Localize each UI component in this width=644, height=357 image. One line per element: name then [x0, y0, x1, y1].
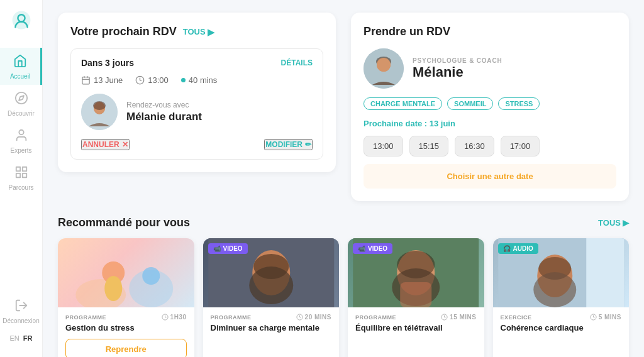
sidebar-bottom: Déconnexion EN FR — [3, 292, 39, 347]
sidebar-item-experts[interactable]: Experts — [0, 122, 42, 159]
prendre-avatar — [364, 48, 404, 89]
card-body-1: PROGRAMME 20 mins Diminuer sa charge men… — [203, 307, 340, 341]
clock-small-icon-1 — [296, 314, 303, 321]
svg-rect-5 — [16, 167, 19, 171]
content-card-0: PROGRAMME 1h30 Gestion du stress Reprend… — [58, 238, 194, 357]
rdv-tous-link[interactable]: TOUS ▶ — [183, 27, 214, 37]
language-switcher[interactable]: EN FR — [10, 334, 33, 342]
rdv-meta: 13 June 13:00 40 mins — [81, 75, 313, 85]
svg-point-45 — [533, 272, 576, 307]
duration-label-3: 5 mins — [599, 314, 621, 321]
card-name-2: Équilibre en télétravail — [355, 323, 477, 334]
recommended-header: Recommandé pour vous TOUS ▶ — [58, 216, 629, 229]
svg-rect-10 — [82, 77, 89, 84]
deconnexion-label: Déconnexion — [3, 317, 39, 324]
duration-label-0: 1h30 — [170, 314, 187, 321]
app-logo — [11, 10, 31, 33]
clock-small-icon-2 — [441, 314, 448, 321]
rdv-title: Votre prochain RDV — [70, 25, 177, 38]
svg-point-2 — [15, 92, 26, 104]
sidebar-item-parcours[interactable]: Parcours — [0, 159, 42, 196]
rdv-actions: ANNULER ✕ MODIFIER ✏ — [81, 139, 313, 150]
rdv-person-name: Mélanie durant — [126, 111, 202, 123]
modifier-button[interactable]: MODIFIER ✏ — [264, 139, 313, 150]
parcours-icon — [14, 165, 28, 182]
sidebar-item-experts-label: Experts — [11, 147, 32, 154]
rdv-time-label: 13:00 — [148, 75, 169, 85]
duration-dot — [181, 78, 186, 82]
discover-icon — [14, 91, 28, 108]
card-body-3: EXERCICE 5 mins Cohérence cardiaque — [493, 307, 630, 341]
prochaine-date-value: 13 juin — [430, 119, 455, 128]
top-row: Votre prochain RDV TOUS ▶ Dans 3 jours D… — [58, 13, 629, 201]
card-badge-2: 📹 VIDEO — [353, 243, 392, 254]
edit-icon: ✏ — [305, 140, 311, 149]
camera-icon-1: 📹 — [213, 245, 221, 252]
sidebar-item-accueil[interactable]: Accueil — [0, 48, 42, 85]
sidebar-item-decouvrir-label: Découvrir — [8, 110, 35, 117]
sidebar-item-decouvrir[interactable]: Découvrir — [0, 85, 42, 122]
modifier-label: MODIFIER — [265, 140, 303, 149]
rdv-header: Votre prochain RDV TOUS ▶ — [70, 25, 323, 38]
recommended-tous-label: TOUS — [598, 218, 621, 228]
rdv-person: Rendez-vous avec Mélanie durant — [81, 94, 313, 130]
details-link[interactable]: DÉTAILS — [281, 58, 313, 67]
card-type-label-3: EXERCICE — [501, 314, 532, 321]
reprendre-button-0[interactable]: Reprendre — [65, 339, 187, 357]
rdv-date-label: 13 June — [94, 75, 123, 85]
sidebar-item-deconnexion[interactable]: Déconnexion — [3, 292, 39, 329]
card-body-0: PROGRAMME 1h30 Gestion du stress Reprend… — [58, 307, 194, 357]
recommended-arrow-icon: ▶ — [623, 218, 629, 228]
rdv-avatar — [81, 94, 118, 130]
time-slot-0[interactable]: 13:00 — [364, 136, 403, 157]
content-card-1: 📹 VIDEO PROGRAMME 2 — [203, 238, 340, 357]
person-avatar-svg — [81, 94, 118, 130]
svg-rect-7 — [22, 173, 26, 177]
badge-label-1: VIDEO — [223, 245, 243, 252]
other-date-button[interactable]: Choisir une autre date — [364, 164, 616, 189]
sidebar-item-accueil-label: Accueil — [10, 73, 30, 80]
tag-stress: STRESS — [498, 97, 540, 110]
clock-small-icon-3 — [590, 314, 597, 321]
card-type-0: PROGRAMME 1h30 — [65, 314, 187, 321]
card-badge-1: 📹 VIDEO — [208, 243, 248, 254]
clock-small-icon-0 — [162, 314, 169, 321]
rdv-duration-label: 40 mins — [189, 75, 218, 85]
card-type-label-1: PROGRAMME — [211, 314, 252, 321]
recommended-section: Recommandé pour vous TOUS ▶ — [58, 216, 629, 357]
content-card-2: 📹 VIDEO PROGRAMME — [348, 238, 484, 357]
lang-fr[interactable]: FR — [23, 334, 33, 342]
card-name-3: Cohérence cardiaque — [501, 323, 622, 334]
card-type-1: PROGRAMME 20 mins — [211, 314, 332, 321]
rdv-with-label: Rendez-vous avec — [126, 101, 202, 109]
card-duration-1: 20 mins — [296, 314, 331, 321]
card-type-2: PROGRAMME 15 mins — [355, 314, 477, 321]
prochaine-date: Prochaine date : 13 juin — [364, 119, 616, 128]
time-slot-1[interactable]: 15:15 — [409, 136, 449, 157]
rdv-tous-label: TOUS — [183, 27, 206, 36]
duration-label-1: 20 mins — [305, 314, 331, 321]
card-name-0: Gestion du stress — [65, 323, 187, 334]
annuler-button[interactable]: ANNULER ✕ — [81, 139, 130, 150]
tag-charge-mentale: CHARGE MENTALE — [364, 97, 442, 110]
badge-label-2: VIDEO — [368, 245, 387, 252]
recommended-title: Recommandé pour vous — [58, 216, 190, 229]
card-type-label-2: PROGRAMME — [355, 314, 396, 321]
rdv-duration: 40 mins — [181, 75, 218, 85]
arrow-right-icon: ▶ — [208, 27, 214, 37]
tag-sommeil: SOMMEIL — [447, 97, 493, 110]
recommended-tous-link[interactable]: TOUS ▶ — [598, 218, 629, 228]
time-slot-3[interactable]: 17:00 — [501, 136, 540, 157]
prochaine-date-prefix: Prochaine date : — [364, 119, 430, 128]
svg-point-4 — [19, 130, 23, 135]
svg-rect-42 — [586, 238, 624, 307]
lang-en[interactable]: EN — [10, 334, 19, 342]
home-icon — [13, 54, 27, 71]
rdv-time: 13:00 — [135, 75, 169, 85]
svg-marker-3 — [19, 96, 24, 101]
time-slot-2[interactable]: 16:30 — [455, 136, 494, 157]
card-type-label-0: PROGRAMME — [65, 314, 106, 321]
content-card-3: 🎧 AUDIO EXERCICE — [493, 238, 630, 357]
camera-icon-2: 📹 — [358, 245, 365, 252]
expert-subtitle: PSYCHOLOGUE & COACH — [413, 57, 502, 64]
